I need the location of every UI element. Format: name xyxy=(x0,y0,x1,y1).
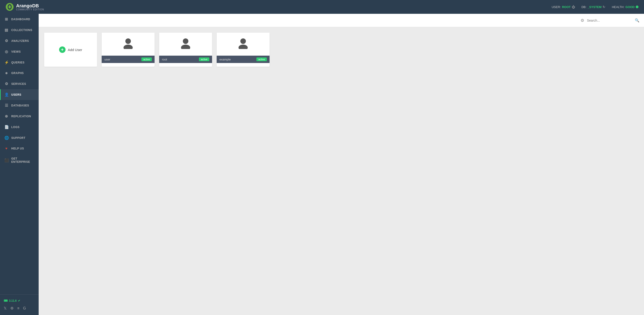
sidebar-item-analyzers[interactable]: ⚙ ANALYZERS xyxy=(0,36,39,46)
sidebar-item-graphs[interactable]: ⎈ GRAPHS xyxy=(0,68,39,78)
sidebar-label-analyzers: ANALYZERS xyxy=(11,39,29,42)
user-avatar-icon-example xyxy=(237,37,249,52)
user-badge-root: active xyxy=(199,58,209,61)
twitter-icon[interactable]: 𝕏 xyxy=(4,306,7,310)
keyboard-icon: ⌨ xyxy=(4,299,8,302)
svg-point-6 xyxy=(181,44,190,49)
user-card-footer-user: user active xyxy=(102,56,154,63)
sidebar-label-graphs: GRAPHS xyxy=(11,72,24,75)
google-icon[interactable]: G xyxy=(23,306,26,310)
toolbar: ⚙ 🔍 xyxy=(39,14,644,27)
logo-text: ArangoDB COMMUNITY EDITION xyxy=(16,3,44,11)
replication-icon: ⊛ xyxy=(4,114,8,118)
user-card-root[interactable]: root active xyxy=(159,33,212,67)
version-info: ⌨ 3.11.6 ✔ xyxy=(0,297,39,304)
databases-icon: ☰ xyxy=(4,103,8,108)
search-input[interactable] xyxy=(587,18,633,22)
sidebar: ⊞ DASHBOARD ▤ COLLECTIONS ⚙ ANALYZERS ◎ … xyxy=(0,14,39,315)
topbar: ArangoDB COMMUNITY EDITION USER: ROOT ⏻ … xyxy=(0,0,644,14)
users-icon: 👤 xyxy=(4,92,8,97)
sidebar-label-dashboard: DASHBOARD xyxy=(11,18,30,21)
sidebar-label-queries: QUERIES xyxy=(11,61,24,64)
sidebar-label-services: SERVICES xyxy=(11,82,26,86)
enterprise-icon: ⬛ xyxy=(4,158,8,162)
user-card-body-example xyxy=(217,33,270,56)
main-layout: ⊞ DASHBOARD ▤ COLLECTIONS ⚙ ANALYZERS ◎ … xyxy=(0,14,644,315)
db-info: DB: _SYSTEM ↻ xyxy=(582,5,605,9)
db-label: DB: xyxy=(582,5,586,9)
sidebar-label-help: HELP US xyxy=(11,147,24,150)
sidebar-item-queries[interactable]: ⚡ QUERIES xyxy=(0,57,39,68)
svg-point-8 xyxy=(238,44,248,49)
health-dot-icon xyxy=(636,6,638,8)
collections-icon: ▤ xyxy=(4,28,8,32)
search-container: 🔍 xyxy=(587,18,640,22)
search-icon: 🔍 xyxy=(635,18,640,22)
sidebar-label-support: SUPPORT xyxy=(11,136,26,140)
svg-point-3 xyxy=(125,38,131,44)
sidebar-item-collections[interactable]: ▤ COLLECTIONS xyxy=(0,24,39,36)
user-label: USER: xyxy=(552,5,561,9)
sidebar-bottom: ⌨ 3.11.6 ✔ 𝕏 ⚙ ≡ G xyxy=(0,294,39,315)
health-value: GOOD xyxy=(625,5,634,9)
svg-point-5 xyxy=(183,38,188,44)
sidebar-item-logs[interactable]: 📄 LOGS xyxy=(0,122,39,132)
sidebar-item-support[interactable]: 🌐 SUPPORT xyxy=(0,132,39,143)
user-badge-example: active xyxy=(256,58,267,61)
add-user-plus-icon: + xyxy=(59,46,66,53)
health-label: HEALTH: xyxy=(612,5,624,9)
version-check-icon: ✔ xyxy=(18,299,20,302)
user-card-body-root xyxy=(159,33,212,56)
user-avatar-icon-user xyxy=(122,37,134,52)
user-card-footer-example: example active xyxy=(217,56,270,63)
sidebar-label-databases: DATABASES xyxy=(11,104,29,107)
svg-point-2 xyxy=(8,5,11,8)
refresh-icon[interactable]: ↻ xyxy=(602,5,605,9)
support-icon: 🌐 xyxy=(4,136,8,140)
user-card-user[interactable]: user active xyxy=(102,33,154,67)
user-badge-user: active xyxy=(142,58,152,61)
svg-point-4 xyxy=(124,44,133,49)
user-card-name-example: example xyxy=(220,58,231,61)
users-grid: + Add User use xyxy=(44,33,638,67)
add-user-card[interactable]: + Add User xyxy=(44,33,97,67)
health-info: HEALTH: GOOD xyxy=(612,5,638,9)
analyzers-icon: ⚙ xyxy=(4,39,8,43)
sidebar-item-users[interactable]: 👤 USERS xyxy=(0,89,39,100)
logo-subtitle: COMMUNITY EDITION xyxy=(16,8,44,11)
sidebar-item-enterprise[interactable]: ⬛ GET ENTERPRISE xyxy=(0,154,39,167)
main-content: ⚙ 🔍 + Add User xyxy=(39,14,644,315)
user-card-body-user xyxy=(102,33,154,56)
svg-point-7 xyxy=(240,38,246,44)
sidebar-label-logs: LOGS xyxy=(11,126,20,129)
db-value: _SYSTEM xyxy=(588,5,602,9)
power-icon[interactable]: ⏻ xyxy=(572,5,575,9)
sidebar-item-services[interactable]: ⚙ SERVICES xyxy=(0,78,39,89)
services-icon: ⚙ xyxy=(4,82,8,86)
sidebar-item-databases[interactable]: ☰ DATABASES xyxy=(0,100,39,111)
topbar-right: USER: ROOT ⏻ DB: _SYSTEM ↻ HEALTH: GOOD xyxy=(552,5,638,9)
graphs-icon: ⎈ xyxy=(4,71,8,75)
sidebar-item-dashboard[interactable]: ⊞ DASHBOARD xyxy=(0,14,39,24)
sidebar-item-views[interactable]: ◎ VIEWS xyxy=(0,46,39,57)
gear-social-icon[interactable]: ⚙ xyxy=(10,306,14,310)
sidebar-label-views: VIEWS xyxy=(11,50,21,53)
user-card-name-root: root xyxy=(162,58,167,61)
user-card-example[interactable]: example active xyxy=(217,33,270,67)
stack-icon[interactable]: ≡ xyxy=(17,306,19,310)
page-content: + Add User use xyxy=(39,27,644,315)
logs-icon: 📄 xyxy=(4,125,8,129)
user-card-name-user: user xyxy=(104,58,110,61)
add-user-label: Add User xyxy=(68,48,82,52)
version-number: 3.11.6 xyxy=(9,299,16,302)
views-icon: ◎ xyxy=(4,50,8,54)
sidebar-label-users: USERS xyxy=(11,93,22,96)
sidebar-item-replication[interactable]: ⊛ REPLICATION xyxy=(0,111,39,122)
settings-icon[interactable]: ⚙ xyxy=(580,18,584,23)
add-user-inner: + Add User xyxy=(59,46,82,53)
user-value: ROOT xyxy=(562,5,571,9)
sidebar-socials: 𝕏 ⚙ ≡ G xyxy=(0,304,39,312)
sidebar-label-enterprise: GET ENTERPRISE xyxy=(11,157,35,164)
user-info: USER: ROOT ⏻ xyxy=(552,5,575,9)
sidebar-item-help[interactable]: ♥ HELP US xyxy=(0,143,39,154)
